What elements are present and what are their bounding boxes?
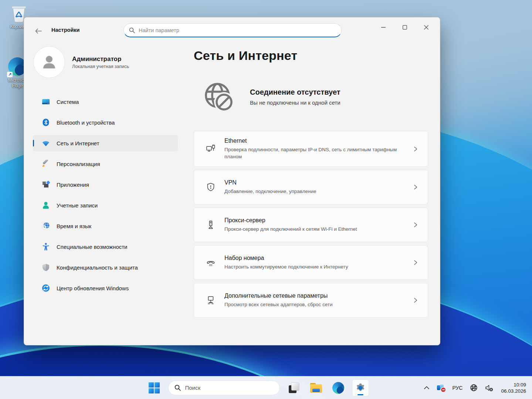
sidebar-item-label: Bluetooth и устройства [57,119,115,126]
card-title: VPN [224,179,316,186]
card-description: Добавление, подключение, управление [224,188,316,195]
settings-search-box[interactable] [123,23,342,37]
settings-button-active[interactable] [352,380,369,396]
search-icon [174,385,181,391]
chevron-right-icon [413,185,418,190]
sidebar-item-personalization[interactable]: Персонализация [33,156,178,172]
avatar [34,47,65,78]
windows-logo-icon [149,382,160,393]
maximize-icon [403,25,407,30]
settings-sidebar: Администратор Локальная учетная запись [33,45,178,301]
globe-offline-icon [201,79,237,115]
taskbar-search-box[interactable] [168,381,280,395]
desktop: Корзина ↗ Microsoft Edge Настройки [0,0,532,399]
sidebar-item-privacy[interactable]: Конфиденциальность и защита [33,259,178,275]
sidebar-item-label: Учетные записи [57,202,98,209]
user-account-block[interactable]: Администратор Локальная учетная запись [33,45,178,79]
personalization-icon [42,160,50,168]
window-controls [373,20,437,34]
settings-gear-icon [355,382,366,394]
edge-button[interactable] [330,380,346,396]
windows-update-icon [42,284,50,292]
card-title: Набор номера [224,255,348,261]
sidebar-item-apps[interactable]: Приложения [33,176,178,193]
system-icon [42,98,50,106]
tray-overflow-button[interactable] [421,381,432,395]
back-button[interactable] [32,26,45,37]
card-vpn[interactable]: VPN Добавление, подключение, управление [194,170,428,204]
clock-date: 06.03.2026 [501,388,526,394]
person-icon [41,54,58,71]
chevron-right-icon [413,146,418,152]
card-description: Настроить коммутируемое подключение к Ин… [224,263,348,270]
sidebar-item-label: Сеть и Интернет [57,140,99,146]
settings-main-pane: Сеть и Интернет Соединение отсутств [194,48,440,321]
language-label: РУС [452,385,462,391]
accounts-icon [42,201,50,209]
tray-security-alert[interactable] [434,381,447,395]
privacy-icon [42,263,50,271]
connection-status-hero: Соединение отсутствует Вы не подключены … [194,79,440,115]
file-explorer-icon [310,383,322,393]
chevron-right-icon [413,260,418,265]
user-account-type: Локальная учетная запись [72,64,129,69]
edge-icon [332,382,344,394]
window-title: Настройки [51,27,80,33]
chevron-right-icon [413,222,418,227]
sidebar-item-label: Специальные возможности [57,244,128,250]
taskbar-center-group [146,376,369,399]
close-button[interactable] [416,20,437,34]
sidebar-item-accessibility[interactable]: Специальные возможности [33,239,178,255]
card-description: Просмотр всех сетевых адаптеров, сброс с… [224,301,333,308]
tray-clock[interactable]: 10:09 06.03.2026 [498,382,529,394]
minimize-button[interactable] [373,20,394,34]
settings-search-input[interactable] [139,27,336,33]
chevron-up-icon [424,386,429,389]
sidebar-item-network[interactable]: Сеть и Интернет [33,135,178,151]
file-explorer-button[interactable] [308,380,324,396]
minimize-icon [381,25,386,30]
page-title: Сеть и Интернет [194,48,440,63]
sidebar-item-label: Приложения [57,182,89,188]
settings-window: Настройки [24,17,440,345]
maximize-button[interactable] [394,20,416,34]
ethernet-icon [206,144,216,154]
sidebar-item-time-language[interactable]: Время и язык [33,218,178,234]
close-icon [424,25,428,30]
card-ethernet[interactable]: Ethernet Проверка подлинности, параметры… [194,131,428,167]
tray-volume-muted[interactable] [482,381,496,395]
sidebar-item-label: Время и язык [57,223,91,229]
sidebar-nav: Система Bluetooth и устройства [33,94,178,296]
card-dialup[interactable]: Набор номера Настроить коммутируемое под… [194,245,428,280]
chevron-right-icon [413,298,418,303]
card-advanced-network[interactable]: Дополнительные сетевые параметры Просмот… [194,283,428,318]
settings-card-list: Ethernet Проверка подлинности, параметры… [194,131,428,318]
bluetooth-icon [42,118,50,126]
apps-icon [42,180,50,189]
clock-time: 10:09 [501,382,526,388]
start-button[interactable] [146,380,162,396]
sidebar-item-label: Персонализация [57,161,100,167]
system-tray: РУС [421,376,529,399]
card-description: Проверка подлинности, параметры IP-и DNS… [224,146,406,160]
task-view-button[interactable] [286,380,302,396]
proxy-server-icon [206,220,216,230]
sidebar-item-accounts[interactable]: Учетные записи [33,197,178,213]
connection-status-title: Соединение отсутствует [250,88,340,97]
sidebar-item-label: Конфиденциальность и защита [57,264,138,271]
sidebar-item-bluetooth[interactable]: Bluetooth и устройства [33,114,178,131]
card-proxy[interactable]: Прокси-сервер Прокси-сервер для подключе… [194,207,428,242]
accessibility-icon [42,243,50,251]
taskbar: РУС [0,376,532,399]
taskbar-search-input[interactable] [185,385,274,391]
tray-network-status[interactable] [467,381,480,395]
sidebar-item-label: Система [57,99,79,105]
card-title: Ethernet [224,138,406,144]
search-icon [129,27,135,33]
sidebar-item-windows-update[interactable]: Центр обновления Windows [33,280,178,296]
tray-language-switcher[interactable]: РУС [450,381,465,395]
vpn-shield-icon [206,182,216,192]
dialup-phone-icon [206,258,216,267]
card-title: Дополнительные сетевые параметры [224,293,333,299]
sidebar-item-system[interactable]: Система [33,94,178,110]
